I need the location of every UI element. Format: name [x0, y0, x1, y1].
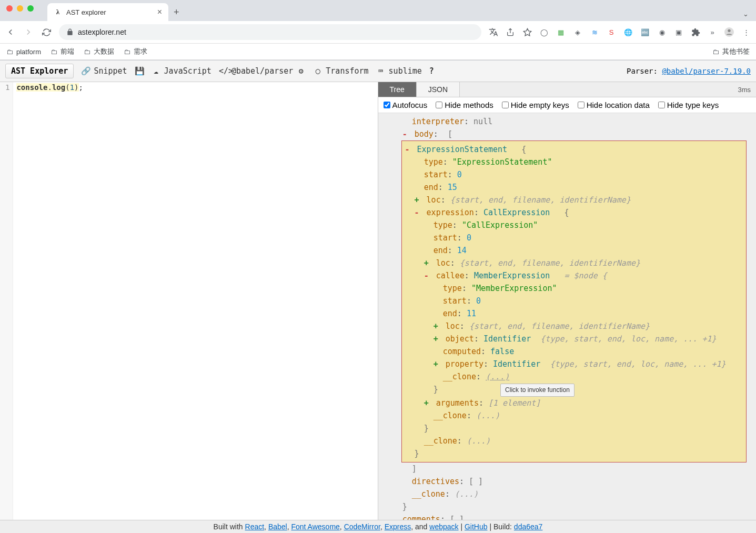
tree-row[interactable]: end: 15	[405, 181, 743, 194]
tab-json[interactable]: JSON	[417, 82, 460, 97]
tree-row[interactable]: __clone: (...)	[405, 370, 743, 383]
tree-row[interactable]: - callee: MemberExpression = $node {	[405, 269, 743, 282]
extensions-puzzle-icon[interactable]	[691, 27, 700, 37]
tree-row[interactable]: comments: [ ]	[384, 513, 751, 520]
parser-menu[interactable]: </>@babel/parser⚙	[219, 66, 306, 76]
tree-row[interactable]: start: 0	[405, 295, 743, 307]
profile-avatar-icon[interactable]	[724, 27, 734, 37]
ext-globe-icon[interactable]: 🌐	[623, 27, 633, 37]
expand-icon[interactable]: +	[415, 194, 422, 206]
hide-empty-checkbox[interactable]	[502, 102, 509, 108]
help-button[interactable]: ?	[429, 66, 434, 76]
tree-row[interactable]: - ExpressionStatement {	[405, 143, 743, 156]
tab-tree[interactable]: Tree	[378, 82, 417, 97]
tree-row[interactable]: - body: [	[384, 128, 751, 140]
tree-row[interactable]: }	[405, 422, 743, 435]
footer-link-express[interactable]: Express	[385, 522, 411, 531]
address-bar[interactable]: astexplorer.net	[59, 24, 481, 40]
tree-row[interactable]: __clone: (...)	[384, 488, 751, 500]
tree-row[interactable]: __clone: (...)	[405, 435, 743, 447]
tree-row[interactable]: } Click to invoke function	[405, 383, 743, 397]
tree-row[interactable]: }	[405, 447, 743, 460]
hide-type-checkbox[interactable]	[658, 102, 665, 108]
tree-row[interactable]: + object: Identifier {type, start, end, …	[405, 333, 743, 345]
tree-row[interactable]: ]	[384, 462, 751, 475]
tabs-overflow-icon[interactable]: ⌄	[735, 7, 756, 21]
footer-link-github[interactable]: GitHub	[465, 522, 488, 531]
hide-methods-checkbox[interactable]	[436, 102, 442, 108]
parser-version-link[interactable]: @babel/parser-7.19.0	[662, 67, 751, 75]
collapse-icon[interactable]: -	[402, 128, 410, 140]
new-tab-button[interactable]: +	[168, 4, 185, 21]
code-line[interactable]: console.log(1);	[13, 82, 86, 520]
ext-grid-icon[interactable]: ▦	[556, 27, 566, 37]
expand-icon[interactable]: +	[434, 333, 441, 345]
reload-button[interactable]	[41, 27, 52, 37]
tree-row[interactable]: + loc: {start, end, filename, identifier…	[405, 257, 743, 269]
ext-cube-icon[interactable]: ◈	[573, 27, 582, 37]
save-button[interactable]: 💾	[135, 66, 144, 76]
autofocus-checkbox[interactable]	[384, 102, 390, 108]
language-menu[interactable]: ☁JavaScript	[152, 66, 211, 76]
ext-translate2-icon[interactable]: 🔤	[640, 27, 650, 37]
ext-s-icon[interactable]: S	[607, 27, 616, 37]
ext-square-icon[interactable]: ▣	[674, 27, 683, 37]
tree-row[interactable]: end: 11	[405, 307, 743, 320]
code-editor[interactable]: 1 console.log(1);	[0, 82, 378, 520]
tab-close-icon[interactable]: ×	[157, 7, 162, 17]
footer-link-react[interactable]: React	[245, 522, 265, 531]
browser-tab[interactable]: λ AST explorer ×	[47, 3, 168, 21]
minimize-window-button[interactable]	[17, 5, 23, 12]
forward-button[interactable]	[23, 27, 34, 37]
expand-icon[interactable]: +	[424, 257, 431, 269]
transform-toggle[interactable]: ◯Transform	[313, 66, 368, 76]
other-bookmarks[interactable]: 🗀其他书签	[712, 47, 750, 56]
collapse-icon[interactable]: -	[424, 269, 431, 282]
ext-arrow-icon[interactable]: »	[708, 27, 717, 37]
keymap-menu[interactable]: ⌨sublime	[376, 66, 422, 76]
filter-hide-type[interactable]: Hide type keys	[658, 100, 719, 109]
bookmark-demand[interactable]: 🗀需求	[124, 47, 147, 56]
snippet-menu[interactable]: 🔗Snippet	[81, 66, 127, 76]
tree-row[interactable]: interpreter: null	[384, 115, 751, 128]
tree-row[interactable]: type: "CallExpression"	[405, 219, 743, 232]
tree-row[interactable]: __clone: (...)	[405, 409, 743, 422]
expand-icon[interactable]: +	[434, 320, 441, 333]
tree-row[interactable]: end: 14	[405, 244, 743, 257]
ext-chrome-icon[interactable]: ◉	[657, 27, 667, 37]
tree-row[interactable]: type: "MemberExpression"	[405, 282, 743, 295]
bookmark-frontend[interactable]: 🗀前端	[51, 47, 74, 56]
tree-row[interactable]: directives: [ ]	[384, 475, 751, 488]
tree-row[interactable]: + loc: {start, end, filename, identifier…	[405, 194, 743, 206]
tree-row[interactable]: + arguments: [1 element]	[405, 397, 743, 409]
back-button[interactable]	[5, 27, 16, 37]
ext-circle-icon[interactable]: ◯	[539, 27, 549, 37]
footer-link-build[interactable]: dda6ea7	[514, 522, 543, 531]
footer-link-fa[interactable]: Font Awesome	[291, 522, 339, 531]
translate-icon[interactable]	[489, 27, 498, 37]
tree-row[interactable]: }	[384, 500, 751, 513]
footer-link-babel[interactable]: Babel	[268, 522, 287, 531]
tree-row[interactable]: computed: false	[405, 345, 743, 358]
maximize-window-button[interactable]	[27, 5, 34, 12]
bookmark-bigdata[interactable]: 🗀大数据	[84, 47, 114, 56]
filter-autofocus[interactable]: Autofocus	[384, 100, 428, 109]
kebab-menu-icon[interactable]: ⋮	[741, 27, 751, 37]
tree-row[interactable]: start: 0	[405, 168, 743, 181]
filter-hide-location[interactable]: Hide location data	[578, 100, 650, 109]
footer-link-cm[interactable]: CodeMirror	[344, 522, 380, 531]
share-icon[interactable]	[506, 27, 515, 37]
gear-icon[interactable]: ⚙	[296, 66, 306, 76]
bookmark-platform[interactable]: 🗀platform	[6, 48, 41, 56]
filter-hide-empty[interactable]: Hide empty keys	[502, 100, 569, 109]
collapse-icon[interactable]: -	[405, 143, 412, 156]
app-title[interactable]: AST Explorer	[5, 64, 74, 78]
hide-location-checkbox[interactable]	[578, 102, 584, 108]
expand-icon[interactable]: +	[434, 358, 441, 370]
close-window-button[interactable]	[6, 5, 13, 12]
ext-wave-icon[interactable]: ≋	[590, 27, 599, 37]
star-icon[interactable]	[522, 27, 532, 37]
tree-row[interactable]: + loc: {start, end, filename, identifier…	[405, 320, 743, 333]
tree-row[interactable]: - expression: CallExpression {	[405, 206, 743, 219]
ast-tree[interactable]: interpreter: null - body: [ - Expression…	[378, 113, 757, 520]
